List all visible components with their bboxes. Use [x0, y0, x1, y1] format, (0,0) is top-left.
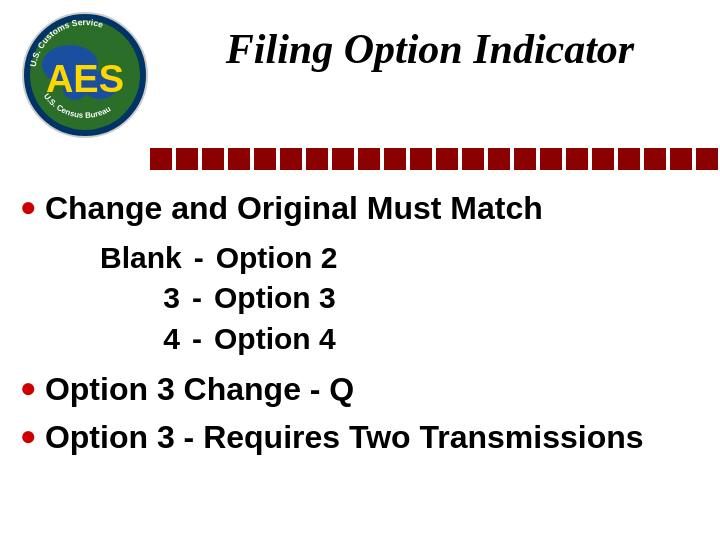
bullet-text-1: Change and Original Must Match	[45, 188, 543, 230]
divider-square	[410, 148, 432, 170]
option-value: Option 2	[216, 238, 338, 279]
divider-square	[540, 148, 562, 170]
divider-square	[592, 148, 614, 170]
option-dash: -	[180, 278, 214, 319]
option-key: 3	[100, 278, 180, 319]
logo: AES U.S. Customs Service U.S. Census Bur…	[20, 10, 150, 140]
page-title: Filing Option Indicator	[226, 25, 634, 73]
option-value: Option 4	[214, 319, 336, 360]
bullet-icon-2: ●	[20, 371, 37, 405]
bullet-line-2: ● Option 3 Change - Q	[20, 369, 690, 411]
divider-square	[462, 148, 484, 170]
option-key: 4	[100, 319, 180, 360]
bullet-icon-1: ●	[20, 190, 37, 224]
option-row: 3-Option 3	[100, 278, 690, 319]
option-dash: -	[180, 319, 214, 360]
divider-square	[566, 148, 588, 170]
divider-square	[332, 148, 354, 170]
bullet-line-1: ● Change and Original Must Match	[20, 188, 690, 230]
divider-square	[514, 148, 536, 170]
divider-square	[670, 148, 692, 170]
divider-square	[696, 148, 718, 170]
page: AES U.S. Customs Service U.S. Census Bur…	[0, 0, 720, 540]
content-area: ● Change and Original Must Match Blank-O…	[0, 178, 720, 540]
divider-square	[618, 148, 640, 170]
option-key: Blank	[100, 238, 182, 279]
divider-square	[436, 148, 458, 170]
divider-row	[0, 140, 720, 178]
bullet-text-3: Option 3 - Requires Two Transmissions	[45, 417, 644, 459]
divider-square	[150, 148, 172, 170]
bullet-text-2: Option 3 Change - Q	[45, 369, 354, 411]
divider-square	[488, 148, 510, 170]
divider-square	[384, 148, 406, 170]
header: AES U.S. Customs Service U.S. Census Bur…	[0, 0, 720, 140]
divider-square	[358, 148, 380, 170]
svg-text:AES: AES	[46, 58, 124, 100]
divider-square	[306, 148, 328, 170]
option-row: 4-Option 4	[100, 319, 690, 360]
bullet-line-3: ● Option 3 - Requires Two Transmissions	[20, 417, 690, 459]
divider-square	[254, 148, 276, 170]
divider-square	[228, 148, 250, 170]
option-dash: -	[182, 238, 216, 279]
option-value: Option 3	[214, 278, 336, 319]
divider-square	[644, 148, 666, 170]
bullet-icon-3: ●	[20, 419, 37, 453]
divider-square	[176, 148, 198, 170]
divider-square	[202, 148, 224, 170]
option-row: Blank-Option 2	[100, 238, 690, 279]
divider-square	[280, 148, 302, 170]
title-area: Filing Option Indicator	[160, 10, 700, 73]
options-table: Blank-Option 23-Option 34-Option 4	[100, 238, 690, 360]
